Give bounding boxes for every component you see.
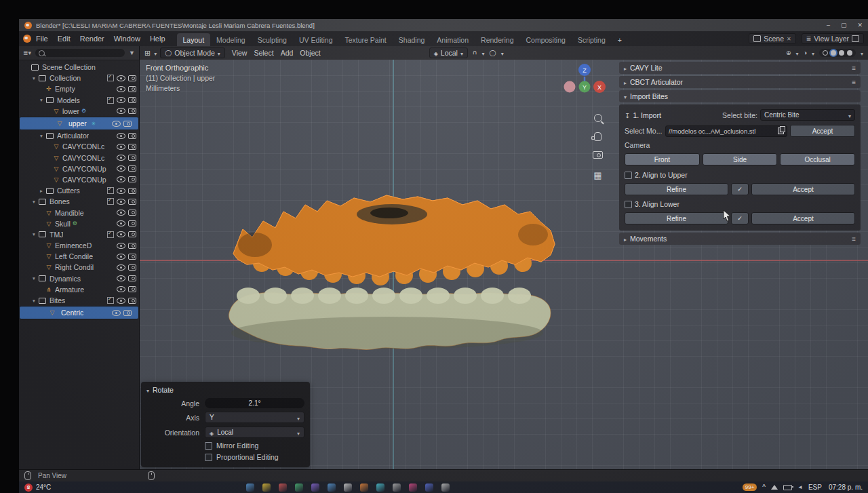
- chevron-down-icon[interactable]: ▾: [31, 199, 37, 205]
- chevron-down-icon[interactable]: ▾: [38, 133, 45, 139]
- taskbar-app-icon[interactable]: [295, 484, 303, 492]
- orientation-dropdown[interactable]: Local: [205, 427, 304, 438]
- battery-icon[interactable]: [783, 485, 792, 490]
- eye-icon[interactable]: [112, 310, 121, 316]
- outliner-search-input[interactable]: [35, 49, 125, 57]
- checkbox-icon[interactable]: [107, 75, 114, 81]
- checkbox-icon[interactable]: [107, 187, 114, 194]
- mode-dropdown[interactable]: ◯ Object Mode: [160, 47, 225, 58]
- maximize-icon[interactable]: ▢: [841, 22, 847, 28]
- workspace-tab-animation[interactable]: Animation: [431, 33, 475, 46]
- checkbox-icon[interactable]: [107, 231, 114, 238]
- viewport-menu-object[interactable]: Object: [296, 49, 323, 57]
- camera-icon[interactable]: [128, 286, 136, 292]
- taskbar-app-icon[interactable]: [441, 484, 450, 492]
- close-icon[interactable]: ✕: [857, 22, 863, 28]
- eye-icon[interactable]: [117, 220, 125, 226]
- eye-icon[interactable]: [117, 155, 125, 161]
- camera-occlusal-button[interactable]: Occlusal: [780, 153, 855, 165]
- eye-icon[interactable]: [117, 86, 125, 92]
- viewport-menu-view[interactable]: View: [229, 49, 251, 57]
- chevron-down-icon[interactable]: [812, 49, 814, 57]
- menu-render[interactable]: Render: [75, 35, 109, 43]
- blender-menu-icon[interactable]: [23, 35, 31, 43]
- mirror-checkbox[interactable]: [205, 442, 212, 450]
- workspace-tab-rendering[interactable]: Rendering: [475, 33, 519, 46]
- workspace-tab-layout[interactable]: Layout: [177, 33, 211, 46]
- eye-icon[interactable]: [117, 97, 125, 103]
- eye-icon[interactable]: [117, 275, 125, 281]
- viewport-menu-add[interactable]: Add: [277, 49, 297, 57]
- shading-options-icon[interactable]: [861, 49, 863, 57]
- outliner-row[interactable]: ▽Centric: [19, 306, 139, 319]
- outliner-row[interactable]: ▽CAVYCONUp: [19, 163, 139, 174]
- checkbox-icon[interactable]: [107, 97, 114, 104]
- eye-icon[interactable]: [117, 108, 125, 114]
- wireframe-shading-icon[interactable]: [823, 50, 828, 56]
- camera-icon[interactable]: [128, 298, 136, 304]
- accept-upper-button[interactable]: Accept: [751, 183, 855, 195]
- eye-icon[interactable]: [117, 243, 125, 249]
- camera-icon[interactable]: [128, 176, 136, 182]
- workspace-tab-texture-paint[interactable]: Texture Paint: [339, 33, 393, 46]
- outliner-row[interactable]: ▾Models: [19, 95, 139, 106]
- axis-dropdown[interactable]: Y: [205, 412, 304, 423]
- overlays-icon[interactable]: ◑: [804, 50, 807, 56]
- notification-badge[interactable]: 8: [24, 484, 33, 492]
- section-cavy-lite[interactable]: CAVY Lite: [619, 62, 861, 74]
- solid-shading-icon[interactable]: [831, 50, 836, 56]
- eye-icon[interactable]: [117, 254, 125, 260]
- pan-tool-icon[interactable]: [594, 132, 601, 141]
- chevron-down-icon[interactable]: ▾: [31, 231, 37, 237]
- camera-icon[interactable]: [128, 188, 136, 194]
- eye-icon[interactable]: [117, 188, 125, 194]
- confirm-lower-button[interactable]: ✓: [731, 212, 749, 224]
- checkbox-icon[interactable]: [107, 198, 114, 205]
- proportional-edit-icon[interactable]: ◯: [490, 50, 496, 56]
- camera-icon[interactable]: [128, 210, 136, 216]
- chevron-down-icon[interactable]: ▾: [31, 275, 37, 281]
- unlink-icon[interactable]: ✕: [787, 36, 791, 42]
- camera-icon[interactable]: [128, 243, 136, 249]
- grid-toggle-icon[interactable]: [593, 169, 601, 181]
- taskbar-app-icon[interactable]: [279, 484, 287, 492]
- camera-icon[interactable]: [128, 108, 136, 114]
- taskbar-app-icon[interactable]: [425, 484, 433, 492]
- weather-widget[interactable]: 24°C: [36, 484, 51, 491]
- workspace-tab-modeling[interactable]: Modeling: [210, 33, 252, 46]
- select-bite-dropdown[interactable]: Centric Bite: [760, 109, 855, 121]
- accept-lower-button[interactable]: Accept: [751, 212, 855, 224]
- chevron-down-icon[interactable]: [501, 49, 504, 57]
- panel-menu-icon[interactable]: [852, 235, 856, 243]
- volume-icon[interactable]: ◄: [797, 484, 803, 490]
- eye-icon[interactable]: [117, 286, 125, 292]
- camera-icon[interactable]: [128, 220, 136, 226]
- language-indicator[interactable]: ESP: [808, 484, 822, 491]
- panel-menu-icon[interactable]: [852, 64, 856, 72]
- camera-icon[interactable]: [128, 144, 136, 150]
- wifi-icon[interactable]: [771, 485, 778, 490]
- camera-icon[interactable]: [128, 86, 136, 92]
- outliner-row[interactable]: ▾Bones: [19, 196, 139, 207]
- camera-icon[interactable]: [123, 121, 132, 127]
- zoom-tool-icon[interactable]: [594, 114, 602, 122]
- align-upper-checkbox[interactable]: [625, 172, 632, 179]
- clock[interactable]: 07:28 p. m.: [829, 484, 863, 491]
- eye-icon[interactable]: [117, 210, 125, 216]
- outliner-row[interactable]: ✛Empty: [19, 83, 139, 94]
- viewport-menu-select[interactable]: Select: [250, 49, 277, 57]
- navigation-gizmo[interactable]: Z X Y: [560, 61, 609, 110]
- workspace-tab-compositing[interactable]: Compositing: [520, 33, 572, 46]
- outliner-row[interactable]: ▽CAVYCONLc: [19, 153, 139, 163]
- outliner-row[interactable]: ▽Mandible: [19, 207, 139, 218]
- section-cbct-articulator[interactable]: CBCT Articulator: [619, 76, 861, 88]
- accept-model-button[interactable]: Accept: [790, 125, 855, 137]
- taskbar-app-icon[interactable]: [344, 484, 352, 492]
- outliner-row[interactable]: ▾Dynamics: [19, 273, 139, 284]
- taskbar-app-icon[interactable]: [393, 484, 401, 492]
- outliner-row[interactable]: ▽Left Condile: [19, 251, 139, 262]
- scene-selector[interactable]: Scene ✕: [749, 33, 795, 44]
- eye-icon[interactable]: [117, 264, 125, 271]
- display-mode-icon[interactable]: ≣▾: [23, 50, 31, 56]
- panel-menu-icon[interactable]: [852, 78, 856, 86]
